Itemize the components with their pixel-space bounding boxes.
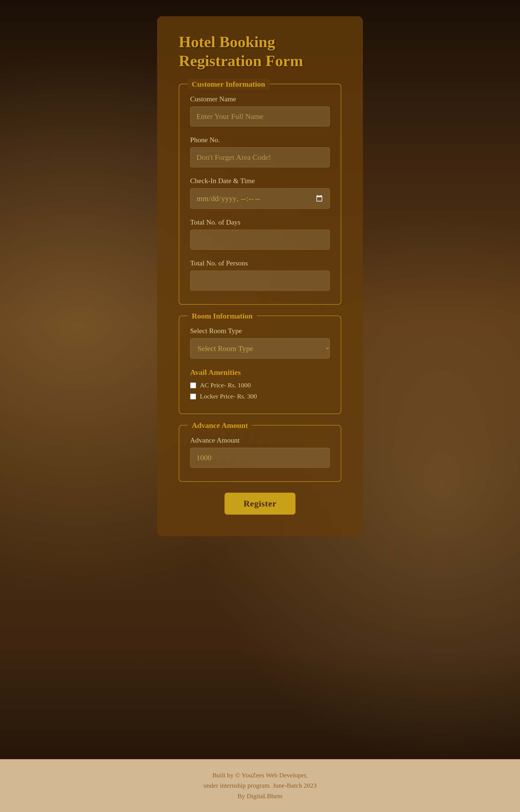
checkin-input[interactable] [190,188,330,209]
amenities-checkboxes: AC Price- Rs. 1000 Locker Price- Rs. 300 [190,382,330,400]
amenities-title: Avail Amenities [190,368,330,377]
total-days-input[interactable] [190,230,330,250]
room-type-label: Select Room Type [190,327,330,335]
customer-name-label: Customer Name [190,95,330,103]
room-type-group: Select Room Type Select Room Type Single… [190,327,330,359]
customer-information-section: Customer Information Customer Name Phone… [179,84,341,305]
ac-checkbox-item[interactable]: AC Price- Rs. 1000 [190,382,330,389]
total-persons-input[interactable] [190,270,330,291]
phone-input[interactable] [190,147,330,167]
page-title: Hotel Booking Registration Form [179,32,341,70]
total-persons-label: Total No. of Persons [190,259,330,267]
footer-text: Built by © YouZees Web Developer, under … [0,770,520,801]
ac-checkbox[interactable] [190,383,196,388]
locker-checkbox-item[interactable]: Locker Price- Rs. 300 [190,393,330,400]
room-section-legend: Room Information [187,311,257,321]
advance-amount-label: Advance Amount [190,436,330,444]
total-persons-group: Total No. of Persons [190,259,330,291]
form-container: Hotel Booking Registration Form Customer… [157,16,363,536]
room-information-section: Room Information Select Room Type Select… [179,316,341,414]
total-days-label: Total No. of Days [190,218,330,227]
checkin-label: Check-In Date & Time [190,177,330,185]
advance-amount-group: Advance Amount [190,436,330,468]
locker-checkbox-label: Locker Price- Rs. 300 [200,393,257,400]
amenities-group: Avail Amenities AC Price- Rs. 1000 Locke… [190,368,330,400]
advance-amount-input[interactable] [190,448,330,468]
phone-group: Phone No. [190,136,330,167]
customer-name-group: Customer Name [190,95,330,127]
advance-amount-section: Advance Amount Advance Amount [179,425,341,482]
register-button[interactable]: Register [225,493,295,515]
phone-label: Phone No. [190,136,330,144]
customer-name-input[interactable] [190,106,330,127]
footer: Built by © YouZees Web Developer, under … [0,759,520,812]
ac-checkbox-label: AC Price- Rs. 1000 [200,382,251,389]
customer-section-legend: Customer Information [187,79,269,90]
room-type-select[interactable]: Select Room Type Single Room Double Room… [190,338,330,359]
locker-checkbox[interactable] [190,394,196,399]
advance-section-legend: Advance Amount [187,420,253,431]
checkin-group: Check-In Date & Time [190,177,330,209]
total-days-group: Total No. of Days [190,218,330,250]
